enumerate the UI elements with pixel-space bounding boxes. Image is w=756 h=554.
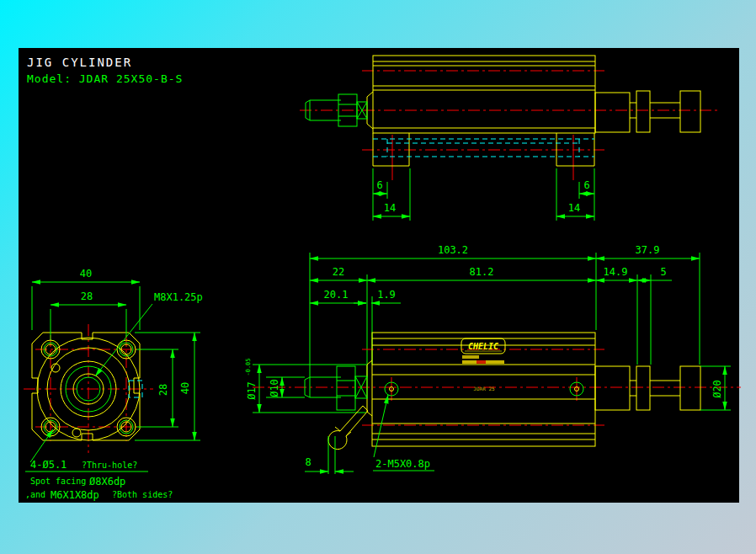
dim-1-9: 1.9 <box>377 289 396 301</box>
thread-label: M8X1.25p <box>154 291 203 303</box>
note-thread-spec: M6X1X8dp <box>51 489 99 501</box>
dim-22: 22 <box>333 266 344 278</box>
dia-17-tolerance: -0.05 <box>245 358 252 376</box>
dim-14-right: 14 <box>568 202 580 214</box>
dim-20-1: 20.1 <box>324 289 349 301</box>
dim-28-top: 28 <box>81 290 93 302</box>
note-thread-note: ?Both sides? <box>112 490 173 499</box>
dim-6-left: 6 <box>376 179 382 191</box>
note-facing-prefix: Spot facing <box>30 477 86 486</box>
dim-28-right: 28 <box>157 384 169 396</box>
page-title: JIG CYLINDER <box>27 56 132 69</box>
dim-37-9: 37.9 <box>636 244 660 256</box>
note-facing-spec: Ø8X6dp <box>89 476 125 487</box>
label-fine-print <box>462 355 479 359</box>
note-hole-note: ?Thru-hole? <box>82 461 137 470</box>
note-hole-spec: 4-Ø5.1 <box>30 459 67 471</box>
note-thread-prefix: ,and <box>25 490 45 499</box>
dia-17: Ø17 <box>246 381 258 400</box>
drawing-canvas[interactable]: JIG CYLINDER Model: JDAR 25X50-B-S 6 14 <box>0 0 756 554</box>
body-marking: JDAR 25 <box>473 386 495 392</box>
dim-8: 8 <box>305 456 311 468</box>
dim-14-9: 14.9 <box>604 266 628 278</box>
dia-20: Ø20 <box>711 380 723 398</box>
cad-viewer: JIG CYLINDER Model: JDAR 25X50-B-S 6 14 <box>0 0 756 554</box>
dim-6-right: 6 <box>583 179 589 191</box>
port-label: 2-M5X0.8p <box>375 458 430 470</box>
dim-40-top: 40 <box>80 268 92 280</box>
brand-label: CHELIC <box>468 342 498 351</box>
dim-103-2: 103.2 <box>438 244 468 256</box>
dim-5: 5 <box>660 266 666 278</box>
dim-81-2: 81.2 <box>470 266 494 278</box>
model-label: Model: JDAR 25X50-B-S <box>27 72 183 85</box>
dim-14-left: 14 <box>384 202 396 214</box>
dim-40-right: 40 <box>179 382 191 394</box>
dia-10: Ø10 <box>269 379 280 397</box>
